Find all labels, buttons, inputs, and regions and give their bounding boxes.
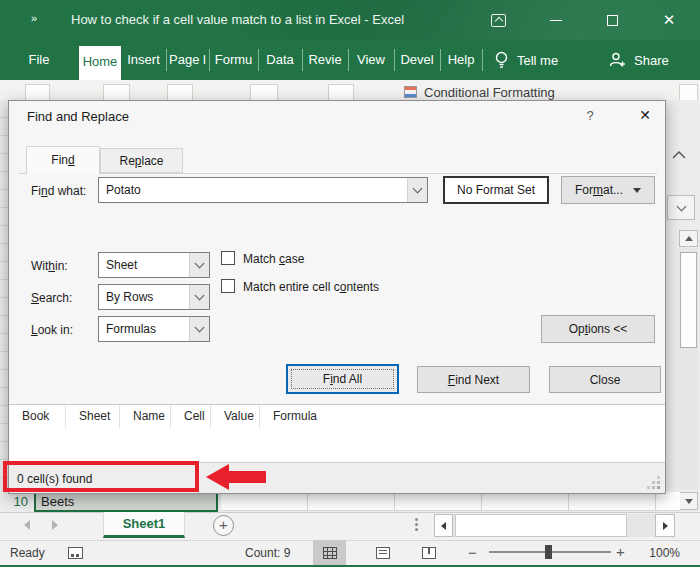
close-button[interactable]: ✕ <box>659 10 679 30</box>
match-entire-label: Match entire cell contents <box>243 280 379 294</box>
hscroll-right-button[interactable] <box>655 514 675 537</box>
minimize-button[interactable] <box>546 12 566 28</box>
tab-home[interactable]: Home <box>79 46 121 80</box>
horizontal-scrollbar-thumb[interactable] <box>455 514 627 537</box>
page-break-icon <box>422 547 436 559</box>
within-dropdown-button[interactable] <box>189 253 209 277</box>
dialog-title: Find and Replace <box>27 109 129 124</box>
normal-view-button[interactable] <box>313 540 346 565</box>
maximize-button[interactable] <box>602 12 622 28</box>
options-button[interactable]: Options << <box>541 315 655 343</box>
match-case-checkbox[interactable] <box>221 251 235 265</box>
tab-help[interactable]: Help <box>440 40 482 80</box>
ribbon-display-options-icon <box>491 14 506 27</box>
maximize-icon <box>607 15 618 26</box>
tab-data[interactable]: Data <box>258 40 302 80</box>
find-what-dropdown-button[interactable] <box>407 178 427 202</box>
results-column-cell[interactable]: Cell <box>171 405 211 428</box>
arrow-tail <box>228 471 266 483</box>
results-column-value[interactable]: Value <box>211 405 260 428</box>
search-value: By Rows <box>99 285 189 309</box>
sheet-tab-sheet1[interactable]: Sheet1 <box>103 512 185 538</box>
find-what-label: Find what: <box>31 184 86 198</box>
page-layout-view-button[interactable] <box>366 540 400 565</box>
caret-down-icon <box>633 188 641 193</box>
quick-access-toolbar-icon[interactable]: » <box>31 12 36 24</box>
tab-replace-label: Re <box>119 154 134 168</box>
lightbulb-icon <box>494 50 509 70</box>
scroll-up-button[interactable] <box>679 230 698 247</box>
title-bar: » How to check if a cell value match to … <box>0 0 700 40</box>
results-column-book[interactable]: Book <box>9 405 66 428</box>
scroll-down-button[interactable] <box>679 492 698 510</box>
hscroll-left-button[interactable] <box>434 514 453 537</box>
tab-view[interactable]: View <box>348 40 394 80</box>
look-in-value: Formulas <box>99 317 189 341</box>
tab-find-accel: d <box>68 153 75 167</box>
search-results-list: Book Sheet Name Cell Value Formula <box>9 404 665 462</box>
ribbon-strip: Conditional Formatting <box>0 80 700 100</box>
tab-divider <box>19 173 657 174</box>
share-label: Share <box>634 53 669 68</box>
sheet-nav-next-button[interactable] <box>52 520 58 530</box>
sheet-nav-prev-button[interactable] <box>24 520 30 530</box>
find-all-button[interactable]: Find All <box>286 364 399 394</box>
triangle-down-icon <box>685 499 693 504</box>
tab-review[interactable]: Revie <box>302 40 348 80</box>
find-next-button[interactable]: Find Next <box>417 366 530 393</box>
zoom-out-button[interactable]: − <box>468 544 477 561</box>
search-dropdown-button[interactable] <box>189 285 209 309</box>
within-select[interactable]: Sheet <box>98 252 210 278</box>
resize-grip[interactable] <box>657 486 660 489</box>
look-in-select[interactable]: Formulas <box>98 316 210 342</box>
worksheet-cells[interactable] <box>221 492 680 511</box>
tab-page-layout[interactable]: Page l <box>166 40 209 80</box>
conditional-formatting-button[interactable]: Conditional Formatting <box>424 85 555 100</box>
find-what-value: Potato <box>99 178 407 202</box>
results-column-formula[interactable]: Formula <box>260 405 350 428</box>
close-dialog-button[interactable]: Close <box>549 366 661 393</box>
page-break-view-button[interactable] <box>412 540 446 565</box>
formula-bar-expand-button[interactable] <box>667 195 695 220</box>
results-column-sheet[interactable]: Sheet <box>66 405 120 428</box>
format-button[interactable]: Format... <box>561 176 655 204</box>
dialog-help-button[interactable]: ? <box>581 108 599 123</box>
collapse-ribbon-chevron-icon[interactable] <box>671 150 687 160</box>
page-layout-icon <box>376 547 390 559</box>
dialog-close-button[interactable]: ✕ <box>635 107 655 123</box>
find-what-input[interactable]: Potato <box>98 177 428 203</box>
match-entire-checkbox[interactable] <box>221 279 235 293</box>
annotation-red-box <box>3 461 199 492</box>
tab-formulas[interactable]: Formu <box>209 40 258 80</box>
tell-me-button[interactable]: Tell me <box>494 40 558 80</box>
zoom-in-button[interactable]: + <box>616 543 625 560</box>
chevron-down-icon <box>676 201 686 211</box>
zoom-slider-handle[interactable] <box>545 545 552 559</box>
separator <box>482 49 483 71</box>
triangle-up-icon <box>685 236 693 241</box>
share-person-icon <box>608 51 626 69</box>
separator <box>394 49 395 71</box>
arrow-head <box>206 464 229 490</box>
tab-replace[interactable]: Replace <box>100 148 183 173</box>
splitter-dots-icon[interactable] <box>415 518 418 521</box>
separator <box>258 49 259 71</box>
search-select[interactable]: By Rows <box>98 284 210 310</box>
ribbon-display-options-button[interactable] <box>488 12 508 28</box>
results-column-name[interactable]: Name <box>120 405 171 428</box>
match-case-label: Match case <box>243 252 304 266</box>
look-in-dropdown-button[interactable] <box>189 317 209 341</box>
grid-view-icon <box>323 547 337 559</box>
tab-file[interactable]: File <box>14 40 64 80</box>
vertical-scrollbar-thumb[interactable] <box>680 252 697 348</box>
add-sheet-button[interactable]: + <box>213 515 234 536</box>
zoom-percentage[interactable]: 100% <box>642 546 680 560</box>
tab-developer[interactable]: Devel <box>394 40 440 80</box>
cell-a10[interactable]: Beets <box>36 492 218 512</box>
share-button[interactable]: Share <box>608 40 669 80</box>
tab-find-label: Fin <box>51 153 68 167</box>
row-header-10[interactable]: 10 <box>0 492 36 512</box>
tab-insert[interactable]: Insert <box>121 40 166 80</box>
macro-record-icon[interactable] <box>68 547 83 559</box>
tab-find[interactable]: Find <box>26 146 100 174</box>
